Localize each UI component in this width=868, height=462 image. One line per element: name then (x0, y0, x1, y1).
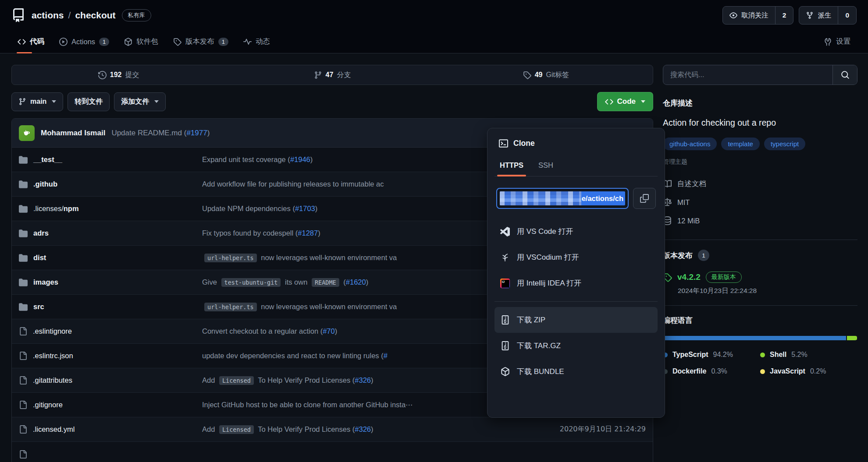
avatar[interactable] (19, 125, 35, 141)
topic-typescript[interactable]: typescript (764, 138, 805, 150)
code-button-label: Code (617, 97, 636, 106)
unwatch-label: 取消关注 (741, 11, 768, 20)
language-javascript[interactable]: JavaScript0.2% (760, 367, 857, 375)
search-button[interactable] (832, 65, 857, 85)
manage-topics-link[interactable]: 管理主题 (663, 158, 857, 166)
file-name-link[interactable]: __test__ (33, 155, 62, 164)
code-icon (605, 98, 613, 106)
menu-divider (494, 301, 658, 302)
file-name-link[interactable]: .eslintignore (33, 327, 72, 335)
issue-link[interactable]: #70 (323, 327, 335, 335)
add-file-label: 添加文件 (121, 97, 149, 106)
forks-count[interactable]: 0 (838, 7, 856, 24)
tab-code[interactable]: 代码 (11, 32, 50, 53)
repo-owner-link[interactable]: actions (32, 10, 64, 21)
clone-url-input[interactable]: e/actions/ch (496, 188, 629, 209)
file-name-link[interactable]: dist (33, 254, 46, 262)
open-with-list: 用 VS Code 打开用 VSCodium 打开用 Intellij IDEA… (494, 219, 658, 296)
package-icon (500, 367, 510, 376)
copy-url-button[interactable] (633, 188, 656, 209)
copy-icon (640, 194, 649, 203)
repo-meta-list: 自述文档MIT12 MiB (663, 175, 857, 230)
file-icon (19, 352, 27, 360)
message-text: Update NPM dependencies ( (202, 205, 295, 213)
topic-github-actions[interactable]: github-actions (663, 138, 717, 150)
menu-item-label: 下载 TAR.GZ (517, 341, 561, 351)
commits-stat[interactable]: 192 提交 (12, 65, 225, 85)
code-download-button[interactable]: Code (597, 92, 654, 111)
folder-icon (19, 229, 28, 238)
language-name: JavaScript (770, 367, 805, 375)
undefined-下载-tar.gz[interactable]: 下载 TAR.GZ (494, 333, 658, 359)
release-version-link[interactable]: v4.2.2 (677, 272, 701, 282)
tab-ssh[interactable]: SSH (537, 158, 554, 176)
issue-link[interactable]: #1287 (298, 229, 318, 237)
undefined-用-vscodium-打开[interactable]: 用 VSCodium 打开 (494, 244, 658, 270)
file-name-link[interactable]: src (33, 303, 44, 311)
search-input[interactable] (663, 65, 832, 85)
issue-link[interactable]: # (384, 352, 388, 360)
file-name-link[interactable]: adrs (33, 229, 49, 237)
issue-link[interactable]: #1620 (346, 278, 366, 286)
repo-name-link[interactable]: checkout (75, 10, 115, 21)
tab-packages[interactable]: 软件包 (118, 32, 164, 53)
menu-item-label: 下载 ZIP (517, 315, 545, 325)
branches-stat[interactable]: 47 分支 (225, 65, 439, 85)
breadcrumb-separator: / (68, 10, 71, 21)
file-name-link[interactable]: .gitattributes (33, 376, 72, 384)
tab-actions[interactable]: Actions 1 (53, 32, 115, 53)
issue-link[interactable]: #326 (355, 425, 371, 434)
issue-link[interactable]: #326 (355, 376, 371, 384)
tab-settings[interactable]: 设置 (818, 32, 857, 53)
clone-url-row: e/actions/ch (496, 188, 656, 209)
zip-icon (500, 341, 510, 350)
language-bar (663, 336, 857, 340)
actions-count-badge: 1 (99, 38, 109, 46)
wrench-icon (824, 38, 832, 46)
folder-icon (19, 155, 28, 164)
intellij-icon (500, 279, 510, 288)
file-name-link[interactable]: .github (33, 180, 57, 188)
issue-link[interactable]: #1703 (295, 205, 315, 213)
tab-releases[interactable]: 版本发布 1 (167, 32, 235, 53)
goto-file-button[interactable]: 转到文件 (68, 92, 110, 111)
file-name-link[interactable]: images (33, 278, 58, 286)
meta-law[interactable]: MIT (663, 193, 857, 212)
watchers-count[interactable]: 2 (775, 7, 793, 24)
topic-template[interactable]: template (721, 138, 760, 150)
divider (663, 240, 857, 240)
undefined-下载-bundle[interactable]: 下载 BUNDLE (494, 359, 658, 384)
language-typescript[interactable]: TypeScript94.2% (663, 351, 760, 359)
unwatch-button[interactable]: 取消关注 (723, 7, 775, 24)
fork-button[interactable]: 派生 (799, 7, 838, 24)
tags-stat[interactable]: 49 Git标签 (439, 65, 653, 85)
commit-author[interactable]: Mohammad Ismail (41, 129, 105, 138)
language-shell[interactable]: Shell5.2% (760, 351, 857, 359)
tab-activity[interactable]: 动态 (237, 32, 276, 53)
add-file-button[interactable]: 添加文件 (114, 92, 166, 111)
meta-book[interactable]: 自述文档 (663, 175, 857, 193)
message-text: Convert checkout to a regular action ( (202, 327, 323, 335)
file-name-link[interactable]: .licensed.yml (33, 425, 75, 434)
clone-header: Clone (494, 139, 658, 148)
issue-link[interactable]: #1946 (290, 155, 310, 164)
file-name-link[interactable]: .licenses/npm (33, 205, 79, 213)
issue-link[interactable]: #1977 (186, 129, 207, 137)
file-name-link[interactable]: .gitignore (33, 401, 63, 409)
file-name-link[interactable]: .eslintrc.json (33, 352, 73, 360)
unwatch-button-group: 取消关注 2 (722, 6, 794, 25)
branch-name: main (30, 98, 46, 106)
language-dockerfile[interactable]: Dockerfile0.3% (663, 367, 760, 375)
undefined-下载-zip[interactable]: 下载 ZIP (494, 307, 658, 333)
branch-selector[interactable]: main (11, 92, 63, 111)
language-name: Shell (770, 351, 786, 359)
undefined-用-vs-code-打开[interactable]: 用 VS Code 打开 (494, 219, 658, 244)
meta-database[interactable]: 12 MiB (663, 212, 857, 230)
tab-https[interactable]: HTTPS (499, 158, 524, 176)
undefined-用-intellij-idea-打开[interactable]: 用 Intellij IDEA 打开 (494, 270, 658, 296)
message-text: To Help Verify Prod Licenses ( (256, 376, 355, 384)
commits-count: 192 (110, 71, 122, 79)
languages-heading: 编程语言 (663, 315, 857, 325)
message-text: ) (366, 278, 369, 286)
vscode-icon (500, 227, 510, 236)
